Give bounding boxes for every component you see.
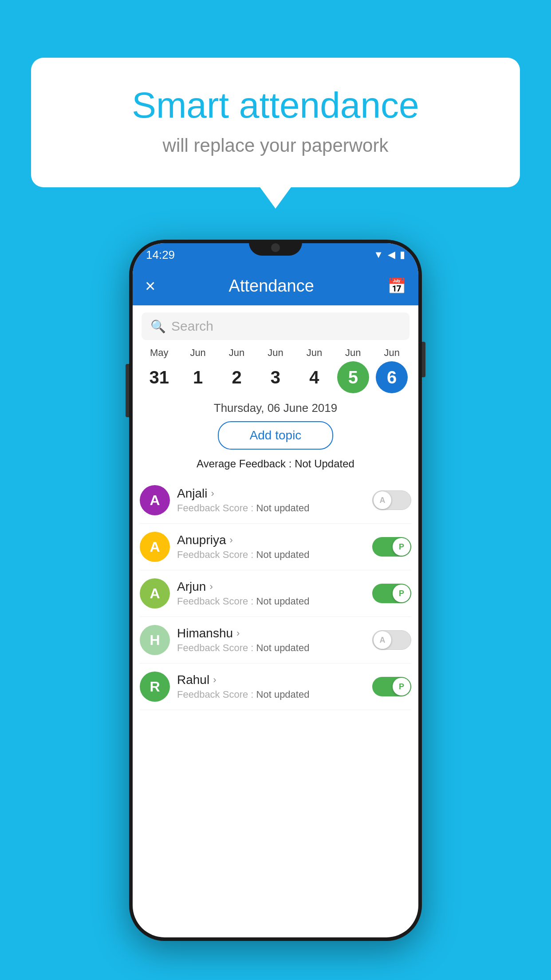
attendance-toggle[interactable]: P [372, 677, 411, 696]
student-avatar: A [140, 485, 170, 515]
attendance-toggle[interactable]: P [372, 584, 411, 603]
avg-feedback: Average Feedback : Not Updated [133, 458, 418, 470]
phone-notch [249, 240, 302, 256]
chevron-right-icon: › [230, 534, 233, 546]
cal-month-label: May [150, 347, 169, 359]
toggle-switch[interactable]: P [372, 677, 411, 696]
student-avatar: R [140, 672, 170, 702]
student-avatar: H [140, 625, 170, 655]
speech-bubble: Smart attendance will replace your paper… [31, 58, 520, 187]
student-list: AAnjali ›Feedback Score : Not updatedAAA… [133, 477, 418, 710]
cal-month-label: Jun [268, 347, 283, 359]
cal-date-number[interactable]: 2 [221, 361, 253, 393]
student-name: Anjali › [177, 486, 365, 501]
front-camera [271, 243, 280, 252]
student-info: Arjun ›Feedback Score : Not updated [177, 580, 365, 607]
calendar-day[interactable]: Jun4 [298, 347, 330, 393]
chevron-right-icon: › [213, 674, 216, 686]
toggle-knob: P [393, 678, 410, 695]
student-name: Arjun › [177, 580, 365, 594]
attendance-toggle[interactable]: P [372, 537, 411, 557]
selected-date-header: Thursday, 06 June 2019 [133, 401, 418, 415]
avg-feedback-value: Not Updated [295, 458, 354, 470]
student-feedback-score: Feedback Score : Not updated [177, 502, 365, 514]
app-bar-title: Attendance [164, 277, 378, 296]
toggle-knob: P [393, 538, 410, 556]
calendar-row: May31Jun1Jun2Jun3Jun4Jun5Jun6 [133, 347, 418, 393]
chevron-right-icon: › [236, 628, 240, 639]
app-bar: × Attendance 📅 [133, 266, 418, 305]
speech-title: Smart attendance [67, 84, 484, 126]
student-info: Himanshu ›Feedback Score : Not updated [177, 626, 365, 654]
student-feedback-score: Feedback Score : Not updated [177, 689, 365, 700]
battery-icon: ▮ [400, 249, 405, 261]
cal-date-number[interactable]: 6 [376, 361, 408, 393]
phone-wrapper: 14:29 ▼ ◀ ▮ × Attendance 📅 🔍 Search May3… [39, 240, 512, 941]
student-info: Anjali ›Feedback Score : Not updated [177, 486, 365, 514]
toggle-switch[interactable]: A [372, 630, 411, 650]
cal-month-label: Jun [384, 347, 399, 359]
toggle-switch[interactable]: P [372, 537, 411, 557]
calendar-day[interactable]: Jun5 [337, 347, 369, 393]
cal-month-label: Jun [307, 347, 322, 359]
student-item[interactable]: HHimanshu ›Feedback Score : Not updatedA [140, 617, 411, 664]
attendance-toggle[interactable]: A [372, 630, 411, 650]
student-item[interactable]: RRahul ›Feedback Score : Not updatedP [140, 664, 411, 710]
calendar-day[interactable]: Jun2 [221, 347, 253, 393]
attendance-toggle[interactable]: A [372, 490, 411, 510]
calendar-day[interactable]: Jun1 [182, 347, 214, 393]
add-topic-button[interactable]: Add topic [218, 421, 333, 450]
toggle-switch[interactable]: P [372, 584, 411, 603]
cal-date-number[interactable]: 5 [337, 361, 369, 393]
student-info: Anupriya ›Feedback Score : Not updated [177, 533, 365, 561]
phone-screen: 14:29 ▼ ◀ ▮ × Attendance 📅 🔍 Search May3… [133, 243, 418, 937]
cal-date-number[interactable]: 1 [182, 361, 214, 393]
speech-subtitle: will replace your paperwork [67, 135, 484, 156]
cal-date-number[interactable]: 31 [143, 361, 175, 393]
toggle-knob: P [393, 585, 410, 602]
search-bar[interactable]: 🔍 Search [142, 312, 409, 340]
speech-bubble-wrapper: Smart attendance will replace your paper… [31, 58, 520, 187]
status-icons: ▼ ◀ ▮ [374, 249, 405, 261]
chevron-right-icon: › [209, 581, 213, 593]
calendar-day[interactable]: Jun6 [376, 347, 408, 393]
student-name: Himanshu › [177, 626, 365, 640]
student-item[interactable]: AAnjali ›Feedback Score : Not updatedA [140, 477, 411, 524]
cal-date-number[interactable]: 4 [298, 361, 330, 393]
student-feedback-score: Feedback Score : Not updated [177, 596, 365, 607]
cal-date-number[interactable]: 3 [260, 361, 291, 393]
cal-month-label: Jun [190, 347, 205, 359]
cal-month-label: Jun [229, 347, 244, 359]
power-button [422, 342, 425, 377]
calendar-day[interactable]: May31 [143, 347, 175, 393]
student-name: Anupriya › [177, 533, 365, 547]
phone-device: 14:29 ▼ ◀ ▮ × Attendance 📅 🔍 Search May3… [129, 240, 422, 941]
student-feedback-score: Feedback Score : Not updated [177, 642, 365, 654]
search-icon: 🔍 [150, 319, 166, 334]
calendar-day[interactable]: Jun3 [260, 347, 291, 393]
student-name: Rahul › [177, 673, 365, 687]
wifi-icon: ▼ [374, 249, 383, 261]
avg-feedback-label: Average Feedback : [197, 458, 295, 470]
student-avatar: A [140, 578, 170, 609]
toggle-knob: A [374, 631, 391, 649]
toggle-switch[interactable]: A [372, 490, 411, 510]
cal-month-label: Jun [345, 347, 361, 359]
close-button[interactable]: × [145, 277, 155, 295]
student-item[interactable]: AArjun ›Feedback Score : Not updatedP [140, 570, 411, 617]
volume-button [126, 364, 129, 417]
signal-icon: ◀ [388, 249, 395, 261]
student-avatar: A [140, 532, 170, 562]
student-feedback-score: Feedback Score : Not updated [177, 549, 365, 561]
search-input[interactable]: Search [171, 319, 213, 334]
student-item[interactable]: AAnupriya ›Feedback Score : Not updatedP [140, 524, 411, 570]
toggle-knob: A [374, 491, 391, 509]
status-time: 14:29 [146, 248, 175, 262]
student-info: Rahul ›Feedback Score : Not updated [177, 673, 365, 700]
chevron-right-icon: › [211, 488, 214, 499]
calendar-icon[interactable]: 📅 [387, 277, 406, 295]
